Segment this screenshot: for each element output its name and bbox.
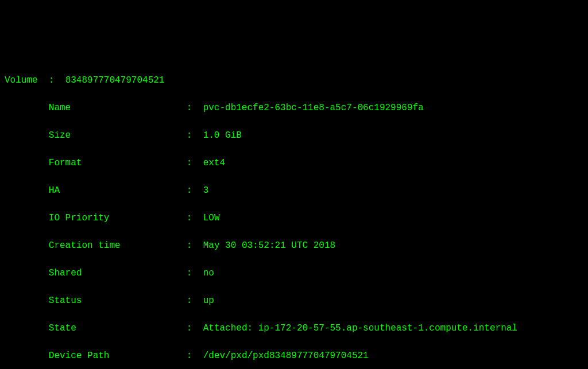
field-size: Size : 1.0 GiB	[5, 129, 583, 142]
field-state: State : Attached: ip-172-20-57-55.ap-sou…	[5, 321, 583, 335]
volume-header: Volume : 834897770479704521	[5, 73, 583, 87]
field-format: Format : ext4	[5, 156, 583, 170]
field-ha: HA : 3	[5, 184, 583, 197]
field-shared: Shared : no	[5, 266, 583, 280]
field-creation: Creation time : May 30 03:52:21 UTC 2018	[5, 239, 583, 253]
terminal-output[interactable]: Volume : 834897770479704521 Name : pvc-d…	[5, 60, 583, 369]
field-device: Device Path : /dev/pxd/pxd83489777047970…	[5, 349, 583, 363]
field-status: Status : up	[5, 294, 583, 308]
field-iopriority: IO Priority : LOW	[5, 211, 583, 225]
field-name: Name : pvc-db1ecfe2-63bc-11e8-a5c7-06c19…	[5, 101, 583, 115]
